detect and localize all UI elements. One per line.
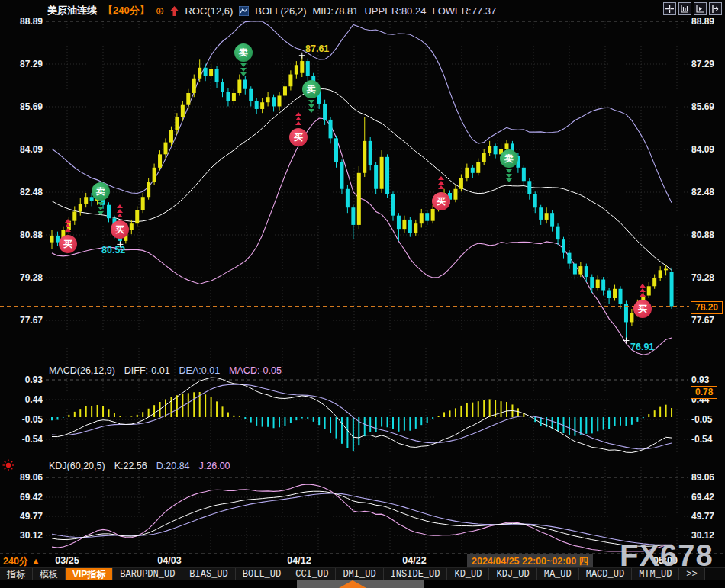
buy-arrow-icon: [65, 223, 71, 227]
last-price-box: 78.20: [691, 301, 723, 314]
macd-axis-label-left: 0.93: [11, 374, 43, 385]
macd-axis-label-left: -0.54: [11, 434, 43, 445]
price-axis-label-right: 80.88: [691, 230, 725, 240]
macd-dea-value: DEA:0.01: [179, 365, 221, 376]
tab-item-2[interactable]: VIP指标: [66, 568, 113, 580]
price-axis-label-right: 87.29: [691, 59, 725, 69]
axis-scale-icon[interactable]: [678, 2, 691, 15]
scroll-position-arrow-icon[interactable]: [339, 580, 366, 588]
pan-right-icon[interactable]: [709, 2, 722, 15]
macd-axis-label-right: -0.05: [691, 414, 725, 425]
tab-mtm_ud[interactable]: MTM_UD: [632, 568, 679, 580]
kdj-title[interactable]: KDJ(60,20,5): [49, 461, 105, 471]
macd-title-row: MACD(26,12,9) DIFF:-0.01 DEA:0.01 MACD:-…: [49, 365, 282, 376]
sell-arrow-icon: [308, 109, 314, 113]
date-label: 04/03: [147, 555, 192, 566]
macd-diff-value: DIFF:-0.01: [124, 365, 170, 376]
buy-arrow-icon: [117, 209, 123, 213]
price-axis-label-right: 84.09: [691, 144, 725, 155]
kdj-axis-label-left: 30.12: [11, 530, 43, 541]
boll-label[interactable]: BOLL(26,2): [255, 5, 306, 17]
tab-item-1[interactable]: 模板: [33, 568, 66, 580]
sell-arrow-icon: [506, 169, 512, 173]
period-badge[interactable]: 240分 ▲: [3, 555, 40, 568]
sell-signal-marker: 卖: [500, 149, 518, 168]
horizontal-scrollbar: [0, 580, 725, 588]
tab-kdj_ud[interactable]: KDJ_UD: [489, 568, 536, 580]
buy-arrow-icon: [295, 117, 301, 120]
sell-arrow-icon: [308, 100, 314, 104]
sell-arrow-icon: [506, 174, 512, 178]
price-axis-label-left: 82.48: [11, 187, 43, 198]
macd-value: MACD:-0.05: [229, 365, 282, 376]
crosshair-icon[interactable]: [663, 2, 676, 15]
sell-arrow-icon: [308, 104, 314, 108]
price-axis-label-left: 88.89: [11, 16, 43, 27]
trading-app-window: 美原油连续 【240分】 ⊕ ROC(12,6) BOLL(26,2) MID:…: [0, 0, 725, 588]
buy-arrow-icon: [640, 288, 646, 292]
macd-axis-label-left: 0.44: [11, 394, 43, 405]
buy-arrow-icon: [640, 284, 646, 288]
price-axis-label-right: 82.48: [691, 187, 725, 198]
time-axis: 240分 ▲ 2024/04/25 22:00~02:00 四 05:00 03…: [0, 554, 725, 567]
tab-barupdn_ud[interactable]: BARUPDN_UD: [113, 568, 182, 580]
kdj-axis-label-left: 89.06: [11, 472, 43, 483]
buy-arrow-icon: [295, 112, 301, 116]
sell-arrow-icon: [240, 68, 246, 72]
roc-label[interactable]: ROC(12,6): [185, 5, 233, 17]
high-price-label: 87.61: [305, 43, 329, 54]
date-label: 04/12: [276, 555, 322, 566]
price-axis-label-left: 84.09: [11, 144, 43, 155]
kdj-k-value: K:22.56: [114, 461, 147, 471]
indicator-tab-bar: 指标模板VIP指标BARUPDN_UDBIAS_UDBOLL_UDCCI_UDD…: [0, 567, 725, 580]
buy-arrow-icon: [438, 185, 444, 189]
chart-canvas[interactable]: [0, 0, 725, 588]
tab-macd_ud[interactable]: MACD_UD: [579, 568, 632, 580]
price-axis-label-right: 85.69: [691, 101, 725, 112]
kdj-axis-label-left: 49.77: [11, 511, 43, 522]
macd-axis-label-left: -0.05: [11, 414, 43, 425]
price-axis-label-right: 79.28: [691, 272, 725, 283]
buy-arrow-icon: [640, 293, 646, 297]
price-axis-label-right: 88.89: [691, 16, 725, 27]
tab-ma_ud[interactable]: MA_UD: [537, 568, 579, 580]
price-axis-label-left: 77.67: [11, 315, 43, 326]
boll-upper-value: UPPER:80.24: [364, 5, 426, 17]
sell-signal-marker: 卖: [302, 80, 321, 98]
buy-arrow-icon: [65, 228, 71, 232]
symbol-title: 美原油连续: [47, 4, 97, 18]
macd-axis-label-right: 0.93: [691, 374, 725, 385]
low-price-label: 76.91: [630, 342, 654, 352]
sell-signal-marker: 卖: [92, 182, 110, 201]
sell-arrow-icon: [98, 202, 104, 206]
tab-boll_ud[interactable]: BOLL_UD: [236, 568, 288, 580]
tab-bias_ud[interactable]: BIAS_UD: [182, 568, 235, 580]
buy-signal-marker: 买: [633, 300, 652, 318]
date-label: 04/22: [392, 555, 437, 566]
chart-header: 美原油连续 【240分】 ⊕ ROC(12,6) BOLL(26,2) MID:…: [47, 3, 496, 18]
expand-circle-icon[interactable]: ⊕: [156, 5, 165, 16]
period-label[interactable]: 【240分】: [103, 4, 150, 18]
sell-arrow-icon: [98, 207, 104, 210]
macd-axis-label-right: -0.54: [691, 434, 725, 445]
chart-toolbar: [663, 2, 722, 15]
tab-dmi_ud[interactable]: DMI_UD: [336, 568, 383, 580]
macd-value-box: 0.78: [691, 386, 717, 399]
tab-cci_ud[interactable]: CCI_UD: [288, 568, 336, 580]
tab->>[interactable]: >>: [679, 568, 704, 580]
price-axis-label-right: 77.67: [691, 315, 725, 326]
buy-arrow-icon: [65, 219, 71, 223]
buy-signal-marker: 买: [289, 128, 308, 146]
buy-arrow-icon: [117, 214, 123, 217]
tab-item-0[interactable]: 指标: [0, 568, 33, 580]
kdj-axis-label-right: 89.06: [691, 472, 725, 483]
sell-signal-marker: 卖: [234, 43, 253, 62]
kdj-axis-label-right: 69.42: [691, 492, 725, 503]
sell-arrow-icon: [240, 63, 246, 67]
boll-lower-value: LOWER:77.37: [432, 5, 496, 17]
up-arrow-icon: [170, 6, 179, 16]
tab-kd_ud[interactable]: KD_UD: [447, 568, 489, 580]
tab-inside_ud[interactable]: INSIDE_UD: [384, 568, 448, 580]
axis-play-icon[interactable]: [694, 2, 707, 15]
macd-title[interactable]: MACD(26,12,9): [49, 365, 115, 376]
